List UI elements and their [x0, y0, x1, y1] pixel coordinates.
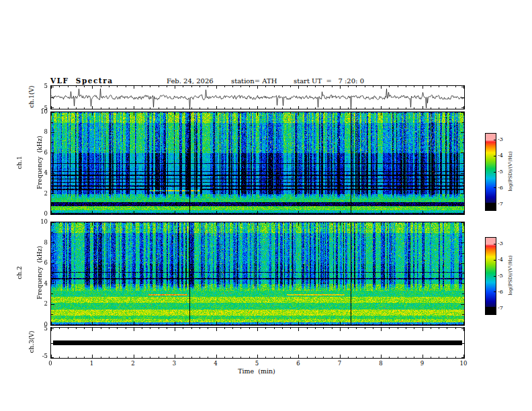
colorbar-ch1-tick-label: -5: [498, 169, 503, 175]
ch1-wave-y-tick-label: 5: [44, 83, 48, 89]
colorbar-ch1-tick-label: -4: [498, 152, 503, 158]
ch1-spectrogram: [50, 111, 465, 215]
date-label: Feb. 24, 2026: [167, 77, 214, 85]
x-tick-label: 6: [296, 360, 300, 367]
ch1-spec-y-tick-label: 10: [40, 108, 48, 115]
x-tick-label: 1: [90, 360, 93, 367]
x-tick-label: 5: [255, 360, 259, 367]
colorbar-ch2-tick-label: -6: [498, 289, 503, 295]
x-tick-label: 4: [214, 360, 217, 367]
station-label: station= ATH: [231, 77, 277, 85]
colorbar-ch2-label: log(PSD)/(V²/Hz): [508, 255, 513, 295]
colorbar-ch1: [485, 133, 496, 211]
plot-title: VLF Spectra: [50, 77, 113, 85]
colorbar-ch2: [485, 237, 496, 315]
ch2-spectrogram: [50, 222, 465, 326]
ch3-wave-y-tick-label: 5: [44, 325, 48, 332]
ch3-waveform-plot: [50, 327, 465, 359]
ch2-spec-frequency-label: Frequency (kHz): [36, 246, 43, 299]
colorbar-ch2-tick-label: -7: [498, 305, 503, 311]
colorbar-ch2-tick-label: -3: [498, 240, 503, 246]
colorbar-ch1-label: log(PSD)/(V²/Hz): [508, 151, 513, 191]
x-tick-label: 9: [420, 360, 424, 367]
ch2-spec-y-tick-label: 4: [44, 280, 48, 287]
ch2-spec-channel-label: ch.2: [16, 246, 23, 299]
x-tick-label: 10: [460, 360, 468, 367]
ch1-spec-y-tick-label: 8: [44, 128, 48, 135]
vlf-spectra-figure: VLF Spectra Feb. 24, 2026 station= ATH s…: [0, 0, 532, 411]
ch1-waveform-plot: [50, 85, 465, 109]
ch1-spec-frequency-label: Frequency (kHz): [36, 136, 43, 189]
x-tick-label: 0: [48, 360, 52, 367]
ch1-wave-y-axis-label: ch.1(V): [28, 86, 35, 108]
x-axis-title: Time (min): [238, 367, 275, 375]
colorbar-ch2-tick-label: -4: [498, 257, 503, 263]
colorbar-ch1-tick-label: -3: [498, 136, 503, 142]
x-tick-label: 3: [173, 360, 176, 367]
ch1-spec-y-tick-label: 2: [44, 190, 48, 197]
start-ut-label: start UT = 7 :20: 0: [294, 77, 364, 85]
x-tick-label: 2: [131, 360, 134, 367]
ch2-spec-y-tick-label: 10: [40, 218, 48, 225]
ch3-wave-y-axis-label: ch.3(V): [28, 331, 35, 353]
colorbar-ch2-tick-label: -5: [498, 273, 503, 279]
ch3-wave-y-tick-label: -5: [42, 353, 48, 359]
x-tick-label: 7: [338, 360, 341, 367]
colorbar-ch1-tick-label: -6: [498, 185, 503, 191]
ch1-spec-y-tick-label: 0: [44, 210, 48, 217]
colorbar-ch1-tick-label: -7: [498, 201, 503, 207]
ch2-spec-y-tick-label: 2: [44, 300, 48, 307]
ch1-spec-y-axis-label: ch.1 Frequency (kHz): [3, 136, 56, 189]
ch1-spec-y-tick-label: 6: [44, 149, 48, 156]
ch2-spec-y-tick-label: 8: [44, 239, 48, 246]
ch2-spec-y-tick-label: 6: [44, 259, 48, 266]
ch2-spec-y-axis-label: ch.2 Frequency (kHz): [3, 246, 56, 299]
ch1-spec-channel-label: ch.1: [16, 136, 23, 189]
ch1-spec-y-tick-label: 4: [44, 169, 48, 176]
x-tick-label: 8: [379, 360, 382, 367]
